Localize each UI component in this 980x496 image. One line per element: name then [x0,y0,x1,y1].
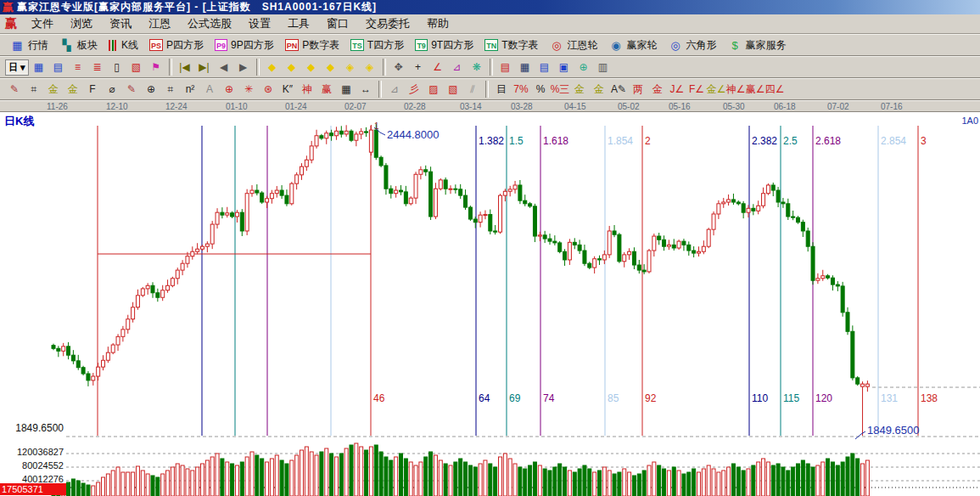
menu-item-6[interactable]: 工具 [280,14,317,33]
gold-circle-button[interactable]: 金 [570,80,589,99]
period-select-button[interactable]: 日▾ [5,59,29,76]
crosshair-tool-button[interactable]: + [409,58,428,76]
save-button[interactable]: ▣ [555,58,574,76]
ying-tool-button[interactable]: 赢 [317,80,336,99]
diamond-right-button[interactable]: ◆ [283,58,301,76]
chart-3-button[interactable]: ≡ [69,58,87,76]
ying-line-button[interactable]: 赢∠ [746,80,764,99]
notes-button[interactable]: ▤ [535,58,554,76]
four-line-button[interactable]: 四∠ [765,80,784,99]
p-number-table-button[interactable]: PNP数字表 [280,36,345,55]
candle-body [429,172,433,217]
diamond-left-button[interactable]: ◆ [263,58,282,76]
shade-grid-2-button[interactable]: ▧ [444,80,462,99]
diamond-move-button[interactable]: ◈ [361,58,379,76]
network-button[interactable]: ⊕ [574,58,593,76]
candle-body [548,239,552,241]
pen-tool-button[interactable]: ✎ [5,80,24,99]
print-button[interactable]: ▥ [594,58,613,76]
j-line-button[interactable]: J∠ [668,80,686,99]
volume-bar [518,467,522,496]
shade-grid-1-button[interactable]: ▨ [424,80,443,99]
brush-a-button[interactable]: A✎ [609,80,628,99]
percent-7-button[interactable]: 7% [512,80,530,99]
spiral-9-button[interactable]: ⌀ [103,80,121,99]
chart-9-button[interactable]: ≣ [88,58,107,76]
f-grid-button[interactable]: F [83,80,102,99]
percent-3-button[interactable]: %三 [551,80,569,99]
quotes-button[interactable]: ▦行情 [5,36,53,55]
shen-tool-button[interactable]: 神 [298,80,316,99]
volume-bar [67,482,70,496]
last-bar-button[interactable]: ▶| [195,58,214,76]
angle-tool-button[interactable]: ∠ [428,58,447,76]
target-circle-button[interactable]: ⊕ [220,80,238,99]
hand-tool-button[interactable]: ✥ [389,58,408,76]
block-tool-button[interactable]: ▧ [127,58,146,76]
winner-service-button[interactable]: $赢家服务 [723,36,792,55]
volume-bar [434,455,437,496]
next-bar-button[interactable]: ▶ [234,58,253,76]
fan-lines-button[interactable]: 彡 [405,80,423,99]
9t-square-button[interactable]: T99T四方形 [410,36,479,55]
menu-item-8[interactable]: 交易委托 [358,14,417,33]
t-square-button[interactable]: TST四方形 [345,36,409,55]
grid-tool-button[interactable]: ⌗ [25,80,43,99]
width-tool-button[interactable]: ↔ [356,80,375,99]
gold-red-button[interactable]: 金 [648,80,667,99]
list-tool-button[interactable]: 目 [492,80,511,99]
matrix-grid-button[interactable]: ▦ [337,80,356,99]
menu-item-4[interactable]: 公式选股 [180,14,239,33]
candle-body [613,231,616,234]
hexagon-button[interactable]: ◎六角形 [664,36,722,55]
analyze-tool-button[interactable]: ❋ [468,58,486,76]
menu-item-0[interactable]: 文件 [24,14,61,33]
chart-area[interactable]: 461.382641.5691.618741.854852922.3821102… [0,112,980,496]
diamond-expand-button[interactable]: ◆ [302,58,321,76]
menu-item-5[interactable]: 设置 [241,14,278,33]
gold-grid-2-button[interactable]: 金 [64,80,82,99]
shape-tool-button[interactable]: ⊿ [448,58,467,76]
two-a-button[interactable]: 两 [629,80,647,99]
info-panel-button[interactable]: ▤ [49,58,68,76]
n-square-button[interactable]: n² [181,80,199,99]
first-bar-button[interactable]: |◀ [176,58,194,76]
calculator-button[interactable]: ▦ [516,58,535,76]
a-tool-button[interactable]: A [200,80,219,99]
candle-style-button[interactable]: ▯ [108,58,126,76]
9p-square-button[interactable]: P99P四方形 [210,36,279,55]
sep4 [490,59,493,76]
pen-2-button[interactable]: ✎ [122,80,141,99]
k-mark-button[interactable]: K″ [278,80,297,99]
prev-bar-button[interactable]: ◀ [215,58,233,76]
gold-line-button[interactable]: 金∠ [707,80,725,99]
f-line-button[interactable]: F∠ [687,80,706,99]
star-burst-button[interactable]: ✳ [239,80,258,99]
web-tool-button[interactable]: ⊛ [259,80,277,99]
menu-item-2[interactable]: 资讯 [102,14,139,33]
gold-grid-1-button[interactable]: 金 [44,80,63,99]
percent-button[interactable]: % [531,80,550,99]
menu-item-7[interactable]: 窗口 [319,14,356,33]
winner-wheel-button[interactable]: ◉赢家轮 [604,36,663,55]
menu-item-9[interactable]: 帮助 [419,14,456,33]
gann-wheel-button[interactable]: ◎江恩轮 [545,36,603,55]
calendar-button[interactable]: ▤ [496,58,515,76]
kline-button[interactable]: K线 [104,36,143,55]
slant-lines-button[interactable]: ⫽ [463,80,482,99]
box-frame-button[interactable]: ⊿ [385,80,404,99]
sectors-button[interactable]: ▚板块 [54,36,103,55]
diamond-cross-button[interactable]: ◈ [341,58,360,76]
p-square-button[interactable]: PSP四方形 [144,36,209,55]
dense-grid-button[interactable]: ⌗ [161,80,180,99]
diamond-contract-button[interactable]: ◆ [322,58,340,76]
gold-lines-button[interactable]: 金 [590,80,608,99]
t-number-table-button[interactable]: TNT数字表 [479,36,543,55]
window-layout-button[interactable]: ▦ [30,58,48,76]
menu-item-3[interactable]: 江恩 [141,14,178,33]
chart-canvas[interactable]: 461.382641.5691.618741.854852922.3821102… [0,112,980,496]
circle-cross-button[interactable]: ⊕ [142,80,160,99]
menu-item-1[interactable]: 浏览 [63,14,100,33]
shen-line-button[interactable]: 神∠ [726,80,745,99]
flag-tool-button[interactable]: ⚑ [147,58,165,76]
